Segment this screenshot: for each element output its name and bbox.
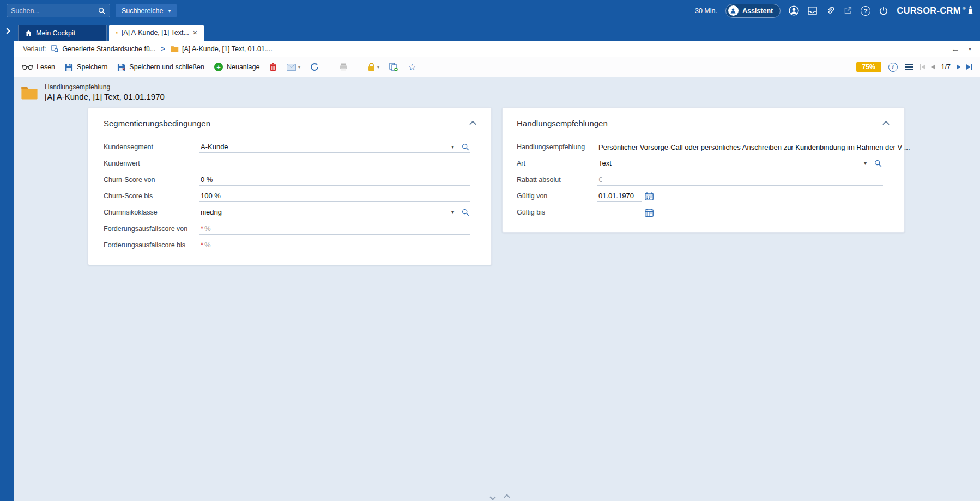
dropdown-arrow-icon[interactable]: ▾ (863, 160, 868, 166)
calendar-icon[interactable] (645, 209, 654, 217)
required-marker: * (201, 224, 203, 233)
new-record-button[interactable]: + Neuanlage (214, 63, 259, 71)
lookup-field[interactable]: A-Kunde▾ (199, 142, 470, 153)
search-input[interactable] (11, 7, 98, 15)
home-icon (25, 30, 32, 36)
refresh-button[interactable] (310, 63, 319, 71)
text-field[interactable] (199, 158, 470, 169)
menu-icon[interactable] (905, 64, 913, 70)
card-title: Handlungsempfehlungen (517, 119, 608, 128)
field-label: Rabatt absolut (517, 176, 597, 184)
breadcrumb-text: Generierte Standardsuche fü... (62, 45, 155, 53)
date-field[interactable] (597, 207, 642, 218)
topbar-right: 30 Min. Assistent ? CURSOR-CRM® (695, 4, 973, 18)
global-search[interactable] (7, 4, 110, 17)
brand-reg-mark: ® (963, 6, 966, 11)
search-scope-button[interactable]: Suchbereiche ▾ (116, 4, 177, 17)
copy-record-button[interactable] (389, 63, 398, 71)
info-icon[interactable]: i (888, 63, 898, 72)
close-icon[interactable]: × (193, 29, 197, 36)
text-field[interactable]: *% (199, 223, 470, 235)
placeholder-text: € (598, 175, 602, 184)
lookup-field[interactable]: niedrig▾ (199, 207, 470, 218)
placeholder-text: % (204, 224, 211, 233)
collapse-chevron-icon[interactable] (469, 119, 477, 127)
external-window-icon[interactable] (843, 6, 852, 15)
text-field[interactable]: 100 % (199, 191, 470, 202)
magnifier-icon[interactable] (462, 209, 469, 216)
field-rows: KundensegmentA-Kunde▾KundenwertChurn-Sco… (88, 139, 491, 253)
next-record-icon[interactable] (957, 64, 960, 70)
field-rows: HandlungsempfehlungPersönlicher Vorsorge… (503, 139, 904, 221)
text-field[interactable]: € (597, 174, 883, 186)
inbox-icon[interactable] (807, 6, 818, 15)
chevron-up-icon[interactable] (504, 494, 510, 500)
assistant-button[interactable]: Assistent (725, 4, 781, 18)
pager-position: 1/7 (941, 63, 951, 71)
collapse-chevron-icon[interactable] (882, 119, 890, 127)
history-back-icon[interactable]: ← (951, 44, 960, 54)
history-controls: ← ▾ (951, 44, 971, 54)
text-field[interactable]: 0 % (199, 174, 470, 186)
field-value-text: 100 % (201, 192, 221, 200)
printer-icon (339, 63, 348, 71)
last-record-icon[interactable] (966, 64, 972, 70)
data-quality-badge[interactable]: 75% (856, 62, 881, 72)
chevron-down-icon: ▾ (168, 8, 171, 14)
folder-icon (116, 29, 118, 36)
breadcrumb-separator-icon: > (161, 45, 165, 53)
field-row: Churn-Score bis100 % (88, 188, 491, 204)
user-profile-icon[interactable] (789, 5, 799, 16)
chevron-down-icon[interactable] (489, 494, 495, 500)
brand-logo: CURSOR-CRM® (897, 5, 973, 16)
collapsed-sidebar[interactable] (0, 41, 14, 501)
field-label: Churn-Score bis (104, 192, 199, 200)
favorite-button[interactable]: ☆ (408, 63, 416, 72)
field-label: Kundenwert (104, 160, 199, 167)
tab-mein-cockpit[interactable]: Mein Cockpit (18, 25, 107, 41)
date-field[interactable]: 01.01.1970 (597, 191, 642, 202)
placeholder-text: % (204, 241, 211, 249)
breadcrumb-item-record[interactable]: [A] A-Kunde, [1] Text, 01.01.... (171, 45, 273, 53)
lookup-field[interactable]: Text▾ (597, 158, 883, 169)
table-search-icon (51, 45, 59, 53)
print-button[interactable] (339, 63, 348, 71)
field-row: Churnrisikoklasseniedrig▾ (88, 204, 491, 221)
breadcrumb-text: [A] A-Kunde, [1] Text, 01.01.... (182, 45, 273, 53)
logout-power-icon[interactable] (879, 6, 888, 16)
bottom-panel-grip (491, 495, 509, 499)
save-and-close-button[interactable]: Speichern und schließen (117, 63, 204, 71)
record-entity-type: Handlungsempfehlung (45, 83, 165, 91)
dropdown-arrow-icon[interactable]: ▾ (450, 209, 455, 215)
history-dropdown-icon[interactable]: ▾ (969, 46, 971, 52)
field-label: Forderungsausfallscore bis (104, 241, 199, 249)
copy-icon (389, 63, 398, 71)
delete-button[interactable] (269, 63, 277, 71)
paperclip-icon[interactable] (826, 6, 835, 15)
save-button[interactable]: Speichern (65, 63, 107, 71)
record-toolbar: Lesen Speichern Speichern und schließen … (14, 57, 980, 77)
save-icon (65, 63, 73, 71)
text-field[interactable]: *% (199, 240, 470, 251)
help-icon[interactable]: ? (861, 6, 870, 16)
field-row: Gültig von01.01.1970 (503, 188, 904, 204)
field-label: Churnrisikoklasse (104, 209, 199, 216)
dropdown-arrow-icon[interactable]: ▾ (450, 144, 455, 150)
field-row: Forderungsausfallscore von*% (88, 221, 491, 237)
breadcrumb-item-search[interactable]: Generierte Standardsuche fü... (51, 45, 155, 53)
field-row: HandlungsempfehlungPersönlicher Vorsorge… (503, 139, 904, 155)
tab-record[interactable]: [A] A-Kunde, [1] Text... × (109, 25, 204, 41)
first-record-icon[interactable] (920, 64, 925, 70)
send-mail-button[interactable]: ▾ (287, 64, 300, 71)
lock-button[interactable]: ▾ (368, 63, 379, 71)
calendar-icon[interactable] (645, 192, 654, 200)
field-row: Rabatt absolut€ (503, 172, 904, 188)
previous-record-icon[interactable] (931, 64, 935, 70)
read-mode-button[interactable]: Lesen (22, 63, 55, 71)
magnifier-icon[interactable] (462, 143, 469, 151)
field-value-text: A-Kunde (201, 143, 228, 151)
magnifier-icon[interactable] (874, 160, 882, 167)
card-segmentierungsbedingungen: Segmentierungsbedingungen KundensegmentA… (88, 107, 492, 265)
search-icon[interactable] (98, 7, 106, 15)
chevron-down-icon: ▾ (377, 64, 379, 70)
